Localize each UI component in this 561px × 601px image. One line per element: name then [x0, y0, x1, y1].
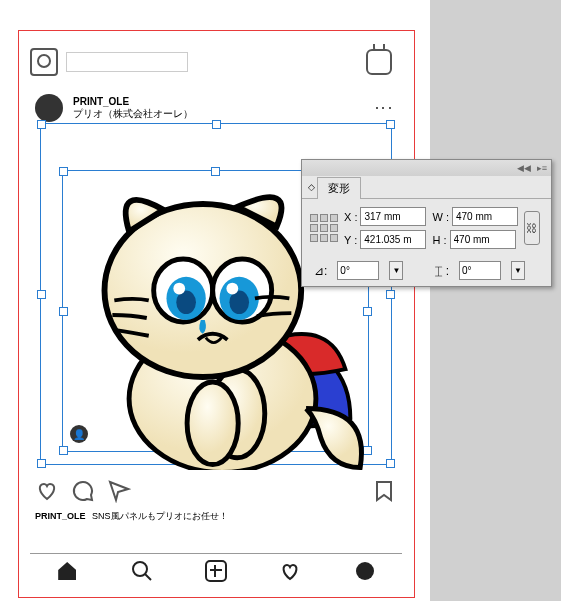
- h-label: H :: [432, 234, 446, 246]
- panel-collapse-icon[interactable]: ◀◀: [517, 163, 531, 173]
- y-label: Y :: [344, 234, 357, 246]
- panel-titlebar[interactable]: ◀◀ ▸≡: [302, 160, 551, 176]
- field-w: W :: [432, 207, 518, 226]
- selection-handle[interactable]: [37, 459, 46, 468]
- field-h: H :: [432, 230, 518, 249]
- y-input[interactable]: [360, 230, 426, 249]
- search-icon[interactable]: [131, 560, 153, 582]
- igtv-icon[interactable]: [366, 49, 392, 75]
- activity-icon[interactable]: [279, 560, 301, 582]
- x-label: X :: [344, 211, 357, 223]
- post-caption: PRINT_OLE SNS風パネルもプリオにお任せ！: [35, 510, 228, 523]
- sns-topbar: [30, 47, 400, 77]
- bookmark-icon[interactable]: [373, 479, 395, 501]
- displayname: プリオ（株式会社オーレ）: [73, 108, 193, 120]
- panel-flyout-icon[interactable]: ▸≡: [537, 163, 547, 173]
- caption-text: SNS風パネルもプリオにお任せ！: [92, 511, 228, 521]
- tag-people-icon[interactable]: 👤: [70, 425, 88, 443]
- bottom-nav: [30, 553, 402, 588]
- field-y: Y :: [344, 230, 426, 249]
- rotate-dropdown[interactable]: ▼: [389, 261, 403, 280]
- camera-icon[interactable]: [30, 48, 58, 76]
- svg-point-2: [187, 382, 238, 465]
- selection-handle[interactable]: [386, 120, 395, 129]
- avatar[interactable]: [35, 94, 63, 122]
- link-wh-icon[interactable]: ⛓: [524, 211, 540, 245]
- selection-handle[interactable]: [386, 290, 395, 299]
- shear-dropdown[interactable]: ▼: [511, 261, 525, 280]
- comment-icon[interactable]: [71, 479, 93, 501]
- svg-point-11: [226, 283, 238, 295]
- transform-panel[interactable]: ◀◀ ▸≡ ◇ 変形 X : Y : W : H :: [301, 159, 552, 287]
- selection-handle[interactable]: [386, 459, 395, 468]
- panel-tabs: ◇ 変形: [302, 176, 551, 199]
- selection-handle[interactable]: [37, 290, 46, 299]
- rotate-input[interactable]: [337, 261, 379, 280]
- caption-username[interactable]: PRINT_OLE: [35, 511, 86, 521]
- w-input[interactable]: [452, 207, 518, 226]
- selection-handle[interactable]: [59, 446, 68, 455]
- h-input[interactable]: [450, 230, 516, 249]
- shear-label: ⌶ :: [435, 264, 449, 278]
- search-input[interactable]: [66, 52, 188, 72]
- selection-handle[interactable]: [212, 120, 221, 129]
- home-icon[interactable]: [56, 560, 78, 582]
- svg-line-13: [145, 574, 151, 580]
- artboard: PRINT_OLE プリオ（株式会社オーレ） ⋮: [0, 0, 430, 601]
- selection-handle[interactable]: [59, 307, 68, 316]
- shear-input[interactable]: [459, 261, 501, 280]
- rotate-label: ⊿:: [314, 264, 327, 278]
- username: PRINT_OLE: [73, 96, 193, 108]
- field-x: X :: [344, 207, 426, 226]
- more-icon[interactable]: ⋮: [373, 99, 395, 116]
- angle-row: ⊿: ▼ ⌶ : ▼: [302, 257, 551, 284]
- action-bar: [35, 477, 395, 503]
- reference-point-picker[interactable]: [310, 214, 338, 242]
- panel-body: X : Y : W : H : ⛓: [302, 199, 551, 257]
- profile-icon[interactable]: [354, 560, 376, 582]
- share-icon[interactable]: [107, 479, 129, 501]
- like-icon[interactable]: [35, 479, 57, 501]
- username-block[interactable]: PRINT_OLE プリオ（株式会社オーレ）: [73, 96, 193, 120]
- x-input[interactable]: [360, 207, 426, 226]
- selection-handle[interactable]: [37, 120, 46, 129]
- svg-point-10: [173, 283, 185, 295]
- w-label: W :: [432, 211, 449, 223]
- tab-transform[interactable]: 変形: [317, 177, 361, 199]
- new-post-icon[interactable]: [205, 560, 227, 582]
- selection-handle[interactable]: [59, 167, 68, 176]
- svg-point-12: [133, 562, 147, 576]
